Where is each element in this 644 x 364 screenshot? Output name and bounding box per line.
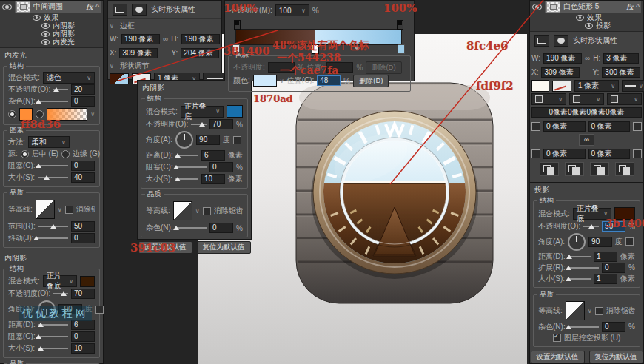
noise-value[interactable]: 0 — [71, 96, 95, 107]
blend-mode-select[interactable]: 正片叠底∨ — [181, 106, 224, 118]
stroke-swatch[interactable] — [552, 81, 571, 92]
height-value[interactable]: 3 像素 — [603, 53, 639, 64]
size-value[interactable]: 10 — [71, 343, 95, 354]
y-value[interactable]: 300 像素 — [602, 67, 640, 78]
glow-gradient-swatch[interactable] — [47, 108, 87, 121]
distance-value[interactable]: 1 — [594, 252, 617, 262]
chevron-down-icon[interactable]: ∨ — [588, 308, 592, 314]
chevron-down-icon[interactable]: ∨ — [195, 208, 200, 215]
color-radio[interactable] — [8, 110, 16, 118]
layer-row[interactable]: 中间调圈 fx ^ — [0, 1, 103, 13]
stroke-corner-select[interactable]: ∨ — [607, 93, 642, 105]
angle-value[interactable]: 90 — [196, 135, 220, 145]
angle-value[interactable]: -90 — [58, 304, 82, 314]
source-center-radio[interactable] — [21, 150, 29, 158]
visibility-eye-icon[interactable] — [41, 23, 50, 29]
shape-mask-icon[interactable] — [554, 35, 568, 47]
stroke-cap-select[interactable]: ∨ — [569, 93, 604, 105]
range-value[interactable]: 50 — [71, 221, 95, 232]
shadow-color-swatch[interactable] — [614, 207, 635, 220]
contour-thumbnail[interactable] — [173, 201, 192, 220]
gradient-radio[interactable] — [36, 110, 44, 118]
pathop-intersect-icon[interactable] — [590, 162, 609, 176]
blend-mode-select[interactable]: 正片叠底∨ — [573, 208, 611, 220]
opacity-stop-right[interactable] — [397, 20, 403, 30]
frame-section-header[interactable]: 边框 — [108, 21, 221, 31]
angle-dial[interactable] — [175, 131, 193, 149]
shadow-color-swatch[interactable] — [80, 276, 95, 287]
choke-value[interactable]: 0 — [209, 162, 233, 172]
opacity-slider[interactable] — [583, 226, 599, 227]
layer-thumbnail[interactable] — [16, 1, 30, 13]
noise-slider[interactable] — [38, 101, 68, 102]
choke-slider[interactable] — [176, 166, 207, 168]
corner-radius-summary[interactable]: 0像素0像素0像素0像素 — [531, 107, 642, 118]
antialias-checkbox[interactable] — [595, 307, 603, 315]
x-value[interactable]: 309 像素 — [541, 67, 580, 78]
choke-slider[interactable] — [38, 165, 68, 166]
midpoint-diamond[interactable] — [355, 45, 360, 50]
x-value[interactable]: 309 像素 — [119, 48, 158, 58]
opacity-slider[interactable] — [53, 293, 68, 294]
global-light-checkbox[interactable] — [95, 306, 104, 314]
visibility-eye-icon[interactable] — [33, 15, 41, 21]
chevron-down-icon[interactable]: ∨ — [280, 78, 284, 84]
distance-slider[interactable] — [38, 324, 68, 326]
corner-bl-value[interactable]: 0 像素 — [543, 149, 586, 159]
color-stop-100[interactable] — [398, 44, 405, 54]
fill-color-swatch[interactable] — [531, 80, 549, 92]
link-dimensions-icon[interactable]: ∞ — [585, 54, 590, 62]
noise-value[interactable]: 0 — [602, 322, 625, 332]
stroke-style-select[interactable]: ∨ — [622, 80, 644, 92]
layer-row[interactable]: 白色矩形 5 fx ^ — [530, 1, 643, 13]
size-value[interactable]: 1 — [594, 274, 617, 284]
corner-br-icon[interactable] — [633, 149, 642, 158]
blend-mode-select[interactable]: 正片叠底∨ — [43, 275, 77, 287]
distance-slider[interactable] — [176, 155, 198, 156]
set-default-button[interactable]: 设置为默认值 — [531, 351, 585, 363]
corner-br-value[interactable]: 0 像素 — [588, 149, 631, 159]
set-default-button[interactable]: 设置为默认值 — [138, 241, 192, 254]
shape-mask-icon[interactable] — [132, 4, 147, 16]
color-stop-48[interactable] — [312, 44, 319, 54]
layer-name[interactable]: 白色矩形 5 — [563, 1, 623, 12]
blend-mode-select[interactable]: 滤色∨ — [43, 72, 95, 84]
pathop-exclude-icon[interactable] — [615, 162, 634, 176]
jitter-slider[interactable] — [36, 237, 68, 239]
gradient-preview-bar[interactable] — [235, 29, 402, 45]
corner-tl-icon[interactable] — [531, 122, 540, 131]
visibility-eye-icon[interactable] — [2, 4, 12, 10]
spread-value[interactable]: 0 — [602, 263, 625, 273]
link-corners-icon[interactable] — [579, 134, 594, 146]
fx-badge[interactable]: fx — [626, 3, 633, 11]
knockout-checkbox[interactable] — [553, 334, 561, 342]
choke-value[interactable]: 0 — [71, 331, 95, 342]
glow-color-swatch[interactable] — [19, 108, 33, 121]
pathop-combine-icon[interactable] — [540, 162, 559, 176]
size-value[interactable]: 40 — [71, 172, 95, 183]
opacity-value[interactable]: 70 — [209, 119, 233, 129]
shape-rect-icon[interactable] — [113, 4, 127, 16]
stroke-align-select[interactable]: ∨ — [531, 93, 566, 105]
layer-name[interactable]: 中间调圈 — [33, 1, 83, 12]
shape-detail-section-header[interactable]: 形状调节 — [108, 61, 221, 71]
angle-dial[interactable] — [38, 300, 56, 318]
visibility-eye-icon[interactable] — [41, 31, 50, 37]
visibility-eye-icon[interactable] — [41, 39, 50, 45]
size-slider[interactable] — [38, 348, 68, 349]
opacity-stop-left[interactable] — [234, 20, 241, 30]
global-light-checkbox[interactable] — [233, 136, 241, 144]
y-value[interactable]: 204 像素 — [181, 48, 219, 58]
stop-position-value[interactable]: 48 — [317, 75, 341, 86]
jitter-value[interactable]: 0 — [71, 233, 95, 243]
width-value[interactable]: 190 像素 — [121, 34, 160, 44]
fill-gradient-swatch[interactable] — [110, 73, 129, 84]
opacity-slider[interactable] — [53, 89, 68, 90]
width-value[interactable]: 190 像素 — [543, 53, 582, 64]
delete-stop-button[interactable]: 删除(D) — [353, 75, 389, 87]
noise-value[interactable]: 0 — [209, 223, 233, 233]
choke-slider[interactable] — [38, 336, 68, 337]
reset-default-button[interactable]: 复位为默认值 — [589, 351, 643, 363]
visibility-eye-icon[interactable] — [576, 15, 584, 21]
angle-dial[interactable] — [568, 233, 586, 251]
